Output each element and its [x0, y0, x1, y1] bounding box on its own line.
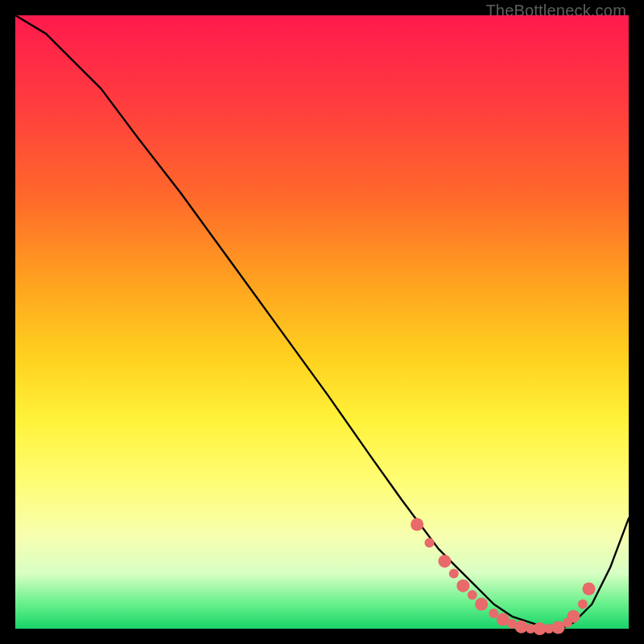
marker-dot [424, 538, 434, 547]
marker-dot [438, 555, 451, 568]
marker-group [411, 518, 595, 636]
marker-dot [475, 598, 488, 611]
plot-area [15, 15, 629, 629]
marker-dot [449, 568, 459, 578]
marker-dot [411, 518, 423, 531]
chart-stage: TheBottleneck.com [0, 0, 644, 644]
curve-path [15, 15, 629, 629]
marker-dot [583, 583, 596, 596]
marker-dot [578, 600, 588, 609]
marker-dot [515, 621, 528, 634]
curve-svg [15, 15, 629, 629]
marker-dot [567, 610, 580, 623]
marker-dot [468, 590, 477, 600]
marker-dot [456, 580, 469, 592]
